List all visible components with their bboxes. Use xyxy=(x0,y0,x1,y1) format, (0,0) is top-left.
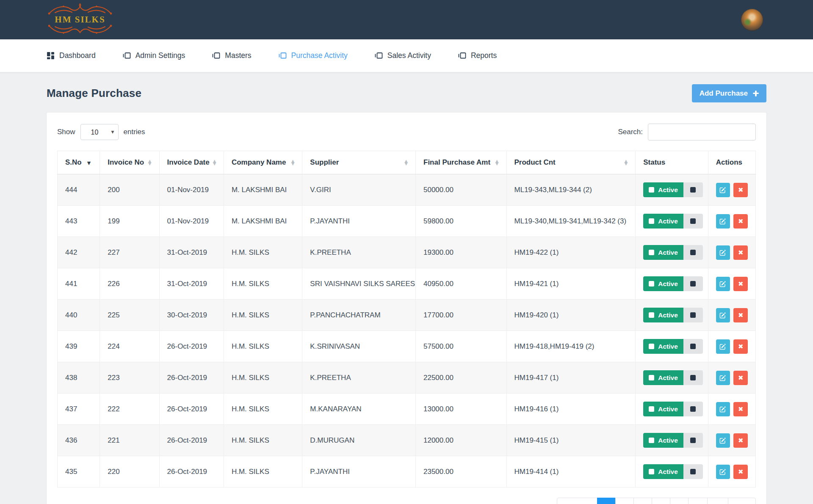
column-label: Company Name xyxy=(232,158,286,167)
status-active-segment[interactable]: Active xyxy=(643,402,683,416)
edit-button[interactable] xyxy=(716,402,730,416)
column-header-final-purchase-amt[interactable]: Final Purchase Amt▲▼ xyxy=(416,151,507,174)
delete-button[interactable]: ✖ xyxy=(733,465,748,479)
status-toggle[interactable]: Active xyxy=(643,245,703,260)
table-cell: 435 xyxy=(58,456,100,487)
status-toggle[interactable]: Active xyxy=(643,433,703,448)
delete-button[interactable]: ✖ xyxy=(733,371,748,385)
menu-item-masters[interactable]: Masters xyxy=(212,51,251,60)
status-toggle[interactable]: Active xyxy=(643,339,703,354)
status-active-segment[interactable]: Active xyxy=(643,276,683,291)
status-active-segment[interactable]: Active xyxy=(643,339,683,354)
edit-button[interactable] xyxy=(716,339,730,354)
pagination-page-4[interactable]: 4 xyxy=(652,498,670,504)
pagination-page-45[interactable]: 45 xyxy=(707,498,728,504)
delete-button[interactable]: ✖ xyxy=(733,433,748,448)
user-avatar[interactable] xyxy=(741,9,763,31)
edit-button[interactable] xyxy=(716,433,730,448)
delete-button[interactable]: ✖ xyxy=(733,183,748,197)
status-active-segment[interactable]: Active xyxy=(643,464,683,479)
status-inactive-segment[interactable] xyxy=(683,182,703,197)
status-toggle[interactable]: Active xyxy=(643,214,703,229)
status-toggle[interactable]: Active xyxy=(643,464,703,479)
table-cell: 26-Oct-2019 xyxy=(159,425,224,456)
pagination-page-1[interactable]: 1 xyxy=(597,498,616,504)
status-label: Active xyxy=(658,437,678,444)
status-inactive-segment[interactable] xyxy=(683,214,703,229)
status-active-segment[interactable]: Active xyxy=(643,433,683,448)
sort-icon: ▲▼ xyxy=(495,160,499,165)
status-inactive-segment[interactable] xyxy=(683,276,703,291)
status-toggle[interactable]: Active xyxy=(643,402,703,416)
add-purchase-button[interactable]: Add Purchase xyxy=(692,84,766,102)
edit-button[interactable] xyxy=(716,183,730,197)
status-active-segment[interactable]: Active xyxy=(643,182,683,197)
delete-button[interactable]: ✖ xyxy=(733,308,748,322)
table-cell: 223 xyxy=(100,362,159,394)
menu-item-admin-settings[interactable]: Admin Settings xyxy=(123,51,185,60)
search-input[interactable] xyxy=(648,124,756,140)
table-cell: H.M. SILKS xyxy=(224,456,302,487)
square-icon xyxy=(690,469,696,474)
status-active-segment[interactable]: Active xyxy=(643,308,683,322)
pagination-next[interactable]: Next xyxy=(728,498,756,504)
brand-logo[interactable]: HM SILKS xyxy=(47,3,113,36)
status-inactive-segment[interactable] xyxy=(683,464,703,479)
column-header-actions: Actions xyxy=(708,151,755,174)
status-inactive-segment[interactable] xyxy=(683,308,703,322)
delete-button[interactable]: ✖ xyxy=(733,214,748,229)
table-cell: 26-Oct-2019 xyxy=(159,456,224,487)
edit-button[interactable] xyxy=(716,245,730,260)
status-inactive-segment[interactable] xyxy=(683,433,703,448)
delete-button[interactable]: ✖ xyxy=(733,339,748,354)
edit-button[interactable] xyxy=(716,214,730,229)
table-cell: 50000.00 xyxy=(416,174,507,206)
status-toggle[interactable]: Active xyxy=(643,370,703,385)
column-header-company-name[interactable]: Company Name▲▼ xyxy=(224,151,302,174)
status-toggle[interactable]: Active xyxy=(643,308,703,322)
status-inactive-segment[interactable] xyxy=(683,402,703,416)
column-header-product-cnt[interactable]: Product Cnt▲▼ xyxy=(506,151,636,174)
status-label: Active xyxy=(658,249,678,256)
delete-button[interactable]: ✖ xyxy=(733,277,748,291)
pagination-page-2[interactable]: 2 xyxy=(615,498,634,504)
column-header-invoice-no[interactable]: Invoice No▲▼ xyxy=(100,151,159,174)
table-cell: SRI VAISHNAVI SILKS SAREES xyxy=(302,268,416,300)
page-size-select[interactable]: 10 xyxy=(80,124,119,140)
menu-item-reports[interactable]: Reports xyxy=(458,51,497,60)
table-row: 44022530-Oct-2019H.M. SILKSP.PANCHACHATR… xyxy=(58,300,756,331)
menu-item-sales-activity[interactable]: Sales Activity xyxy=(375,51,431,60)
status-inactive-segment[interactable] xyxy=(683,245,703,260)
close-icon: ✖ xyxy=(738,280,744,288)
edit-button[interactable] xyxy=(716,277,730,291)
sort-icon: ▲▼ xyxy=(213,160,216,165)
pagination-page-5[interactable]: 5 xyxy=(670,498,689,504)
delete-button[interactable]: ✖ xyxy=(733,402,748,416)
column-header-invoice-date[interactable]: Invoice Date▲▼ xyxy=(159,151,224,174)
square-icon xyxy=(690,187,696,193)
status-active-segment[interactable]: Active xyxy=(643,214,683,229)
column-header-s-no[interactable]: S.No▼ xyxy=(58,151,100,174)
status-toggle[interactable]: Active xyxy=(643,276,703,291)
close-icon: ✖ xyxy=(738,405,744,413)
edit-button[interactable] xyxy=(716,308,730,322)
edit-button[interactable] xyxy=(716,465,730,479)
sort-icon: ▲▼ xyxy=(148,160,152,165)
table-cell: M. LAKSHMI BAI xyxy=(224,206,302,237)
table-cell: 01-Nov-2019 xyxy=(159,206,224,237)
status-toggle[interactable]: Active xyxy=(643,182,703,197)
menu-item-dashboard[interactable]: Dashboard xyxy=(47,51,96,60)
menu-item-purchase-activity[interactable]: Purchase Activity xyxy=(279,51,348,60)
status-active-segment[interactable]: Active xyxy=(643,370,683,385)
edit-button[interactable] xyxy=(716,371,730,385)
status-inactive-segment[interactable] xyxy=(683,339,703,354)
pagination-page-3[interactable]: 3 xyxy=(633,498,652,504)
actions-cell: ✖ xyxy=(708,425,755,456)
status-inactive-segment[interactable] xyxy=(683,370,703,385)
delete-button[interactable]: ✖ xyxy=(733,245,748,260)
column-header-supplier[interactable]: Supplier▲▼ xyxy=(302,151,416,174)
pagination-previous[interactable]: Previous xyxy=(557,498,597,504)
add-purchase-label: Add Purchase xyxy=(700,89,748,98)
status-active-segment[interactable]: Active xyxy=(643,245,683,260)
status-cell: Active xyxy=(636,362,708,394)
